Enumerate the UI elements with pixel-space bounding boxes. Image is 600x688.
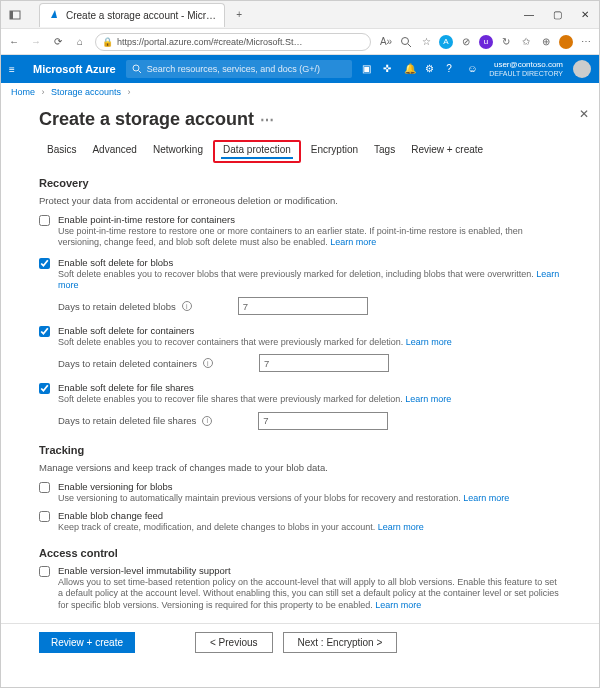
pitr-checkbox[interactable] xyxy=(39,215,50,226)
user-directory: DEFAULT DIRECTORY xyxy=(489,70,563,78)
brand-label[interactable]: Microsoft Azure xyxy=(33,63,116,75)
option-pitr: Enable point-in-time restore for contain… xyxy=(39,214,561,249)
favorites-icon[interactable]: ✩ xyxy=(519,35,533,49)
container-sd-help: Soft delete enables you to recover conta… xyxy=(58,337,561,348)
container-sd-days-label: Days to retain deleted containers xyxy=(58,358,197,369)
versioning-help: Use versioning to automatically maintain… xyxy=(58,493,561,504)
previous-button[interactable]: < Previous xyxy=(195,632,273,653)
tab-data-protection[interactable]: Data protection xyxy=(221,144,293,159)
blob-sd-days-input[interactable] xyxy=(238,297,368,315)
ext-icon-1[interactable]: A xyxy=(439,35,453,49)
portal-toolbar-icons: ▣ ✜ 🔔 ⚙ ? ☺ xyxy=(362,63,479,75)
breadcrumb: Home › Storage accounts › xyxy=(1,83,599,101)
breadcrumb-storage[interactable]: Storage accounts xyxy=(51,87,121,97)
pitr-label: Enable point-in-time restore for contain… xyxy=(58,214,561,225)
file-sd-checkbox[interactable] xyxy=(39,383,50,394)
home-button[interactable]: ⌂ xyxy=(73,35,87,49)
browser-titlebar: Create a storage account - Micr… + — ▢ ✕ xyxy=(1,1,599,29)
profile-icon[interactable] xyxy=(559,35,573,49)
avatar[interactable] xyxy=(573,60,591,78)
ext-icon-2[interactable]: u xyxy=(479,35,493,49)
browser-tab[interactable]: Create a storage account - Micr… xyxy=(39,3,225,27)
help-icon[interactable]: ? xyxy=(446,63,458,75)
portal-search-input[interactable] xyxy=(147,64,347,74)
feedback-icon[interactable]: ☺ xyxy=(467,63,479,75)
collections-icon[interactable]: ⊕ xyxy=(539,35,553,49)
notifications-icon[interactable]: 🔔 xyxy=(404,63,416,75)
tab-basics[interactable]: Basics xyxy=(39,140,84,163)
container-sd-learn-more[interactable]: Learn more xyxy=(406,337,452,347)
next-button[interactable]: Next : Encryption > xyxy=(283,632,398,653)
tab-tags[interactable]: Tags xyxy=(366,140,403,163)
tab-data-protection-highlighted: Data protection xyxy=(213,140,301,163)
close-window-button[interactable]: ✕ xyxy=(571,1,599,29)
azure-favicon xyxy=(48,9,60,21)
review-create-button[interactable]: Review + create xyxy=(39,632,135,653)
versioning-checkbox[interactable] xyxy=(39,482,50,493)
filter-icon[interactable]: ✜ xyxy=(383,63,395,75)
svg-point-4 xyxy=(133,65,139,71)
change-feed-checkbox[interactable] xyxy=(39,511,50,522)
versioning-label: Enable versioning for blobs xyxy=(58,481,561,492)
recovery-heading: Recovery xyxy=(39,177,561,189)
access-heading: Access control xyxy=(39,547,561,559)
sync-icon[interactable]: ↻ xyxy=(499,35,513,49)
settings-icon[interactable]: ⚙ xyxy=(425,63,437,75)
new-tab-button[interactable]: + xyxy=(229,5,249,25)
hamburger-icon[interactable]: ≡ xyxy=(9,64,23,75)
maximize-button[interactable]: ▢ xyxy=(543,1,571,29)
close-blade-button[interactable]: ✕ xyxy=(579,107,589,121)
portal-search[interactable] xyxy=(126,60,353,78)
form-tabs: Basics Advanced Networking Data protecti… xyxy=(39,140,561,163)
tab-actions-icon[interactable] xyxy=(1,1,29,29)
user-block[interactable]: user@contoso.com DEFAULT DIRECTORY xyxy=(489,61,563,77)
blob-sd-checkbox[interactable] xyxy=(39,258,50,269)
container-sd-checkbox[interactable] xyxy=(39,326,50,337)
info-icon[interactable]: i xyxy=(182,301,192,311)
option-immutability: Enable version-level immutability suppor… xyxy=(39,565,561,611)
refresh-button[interactable]: ⟳ xyxy=(51,35,65,49)
change-feed-help: Keep track of create, modification, and … xyxy=(58,522,561,533)
versioning-learn-more[interactable]: Learn more xyxy=(463,493,509,503)
forward-button[interactable]: → xyxy=(29,35,43,49)
blob-sd-days-label: Days to retain deleted blobs xyxy=(58,301,176,312)
menu-icon[interactable]: ⋯ xyxy=(579,35,593,49)
minimize-button[interactable]: — xyxy=(515,1,543,29)
read-aloud-icon[interactable]: A» xyxy=(379,35,393,49)
info-icon[interactable]: i xyxy=(203,358,213,368)
star-icon[interactable]: ☆ xyxy=(419,35,433,49)
change-feed-label: Enable blob change feed xyxy=(58,510,561,521)
tab-encryption[interactable]: Encryption xyxy=(303,140,366,163)
pitr-learn-more[interactable]: Learn more xyxy=(330,237,376,247)
file-sd-days-input[interactable] xyxy=(258,412,388,430)
svg-line-3 xyxy=(408,44,411,47)
cloud-shell-icon[interactable]: ▣ xyxy=(362,63,374,75)
tracking-heading: Tracking xyxy=(39,444,561,456)
tab-advanced[interactable]: Advanced xyxy=(84,140,144,163)
svg-line-5 xyxy=(138,71,141,74)
change-feed-learn-more[interactable]: Learn more xyxy=(378,522,424,532)
window-controls: — ▢ ✕ xyxy=(515,1,599,29)
zoom-icon[interactable] xyxy=(399,35,413,49)
page-title: Create a storage account⋯ xyxy=(39,109,561,130)
url-box[interactable]: 🔒 https://portal.azure.com/#create/Micro… xyxy=(95,33,371,51)
immutability-learn-more[interactable]: Learn more xyxy=(375,600,421,610)
info-icon[interactable]: i xyxy=(202,416,212,426)
immutability-checkbox[interactable] xyxy=(39,566,50,577)
svg-point-2 xyxy=(402,37,409,44)
back-button[interactable]: ← xyxy=(7,35,21,49)
blob-sd-help: Soft delete enables you to recover blobs… xyxy=(58,269,561,292)
browser-address-bar: ← → ⟳ ⌂ 🔒 https://portal.azure.com/#crea… xyxy=(1,29,599,55)
tab-review[interactable]: Review + create xyxy=(403,140,491,163)
option-file-softdelete: Enable soft delete for file shares Soft … xyxy=(39,382,561,405)
lock-icon: 🔒 xyxy=(102,37,113,47)
breadcrumb-home[interactable]: Home xyxy=(11,87,35,97)
tab-networking[interactable]: Networking xyxy=(145,140,211,163)
file-sd-days-label: Days to retain deleted file shares xyxy=(58,415,196,426)
main-content: ✕ Create a storage account⋯ Basics Advan… xyxy=(1,101,599,623)
blocked-icon[interactable]: ⊘ xyxy=(459,35,473,49)
container-sd-days-row: Days to retain deleted containers i xyxy=(58,354,561,372)
more-actions-icon[interactable]: ⋯ xyxy=(260,112,274,128)
container-sd-days-input[interactable] xyxy=(259,354,389,372)
file-sd-learn-more[interactable]: Learn more xyxy=(405,394,451,404)
